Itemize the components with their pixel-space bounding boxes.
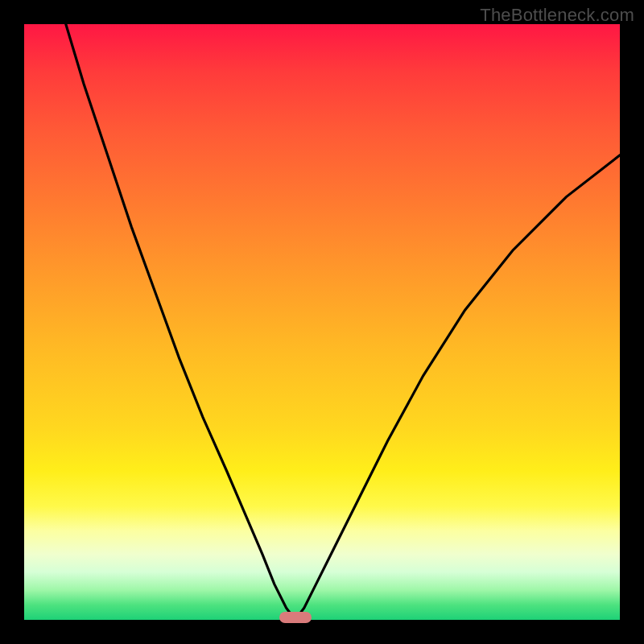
outer-frame: TheBottleneck.com <box>0 0 644 644</box>
bottleneck-marker <box>279 612 312 623</box>
watermark-text: TheBottleneck.com <box>480 5 634 26</box>
left-curve-path <box>66 24 295 620</box>
curve-layer <box>24 24 620 620</box>
right-curve-path <box>295 155 620 620</box>
plot-area <box>24 24 620 620</box>
